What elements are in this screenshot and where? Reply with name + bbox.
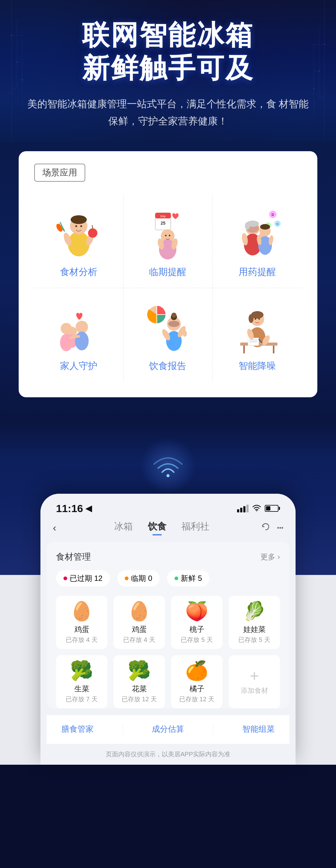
svg-point-6 [16, 61, 18, 63]
svg-point-92 [258, 318, 260, 319]
svg-point-65 [60, 334, 72, 351]
cauliflower-days: 已存放 12 天 [122, 695, 157, 704]
status-bar: 11:16 ◀ [40, 494, 296, 517]
fresh-dot [175, 577, 178, 580]
svg-text:C: C [276, 222, 278, 225]
cauliflower-name: 花菜 [132, 684, 147, 694]
orange-days: 已存放 12 天 [179, 695, 214, 704]
svg-point-64 [61, 323, 72, 334]
scene-label-food-analysis: 食材分析 [60, 266, 97, 278]
cauliflower-emoji: 🥦 [127, 661, 151, 680]
nav-tabs: 冰箱 饮食 福利社 [63, 520, 261, 535]
signal-bar-2 [240, 508, 242, 513]
food-item-egg1[interactable]: 🥚 鸡蛋 已存放 4 天 [56, 596, 107, 649]
food-grid-row1: 🥚 鸡蛋 已存放 4 天 🥚 鸡蛋 已存放 4 天 🍑 桃子 已存放 5 天 🥬… [56, 596, 280, 649]
tab-fridge[interactable]: 冰箱 [114, 520, 133, 535]
back-button[interactable]: ‹ [53, 522, 56, 533]
lettuce-days: 已存放 7 天 [66, 695, 97, 704]
svg-point-22 [71, 215, 87, 224]
food-item-cabbage[interactable]: 🥬 娃娃菜 已存放 5 天 [229, 596, 280, 649]
family-care-illustration [51, 298, 107, 353]
svg-point-31 [80, 225, 82, 227]
cabbage-days: 已存放 5 天 [238, 636, 270, 644]
expired-dot [63, 577, 67, 580]
food-item-orange[interactable]: 🍊 橘子 已存放 12 天 [171, 655, 222, 708]
egg2-days: 已存放 4 天 [123, 636, 155, 644]
svg-point-30 [75, 225, 77, 227]
signal-bar-4 [246, 505, 249, 513]
svg-line-29 [92, 225, 93, 228]
more-link[interactable]: 更多 › [261, 552, 280, 562]
svg-point-16 [318, 70, 320, 72]
svg-rect-85 [273, 346, 274, 353]
refresh-button[interactable] [261, 522, 270, 533]
more-button[interactable]: ··· [277, 522, 283, 533]
location-icon: ◀ [86, 504, 92, 513]
scene-item-smart-noise[interactable]: 智能降噪 [213, 288, 302, 382]
expiry-reminder-illustration: May 25 [140, 204, 196, 259]
food-item-egg2[interactable]: 🥚 鸡蛋 已存放 4 天 [114, 596, 165, 649]
signal-indicator [237, 505, 249, 513]
phone-action-bar: 膳食管家 成分估算 智能组菜 [47, 715, 289, 744]
svg-point-15 [324, 43, 326, 45]
svg-rect-84 [243, 346, 245, 353]
signal-bar-1 [237, 509, 239, 513]
svg-point-17 [313, 88, 314, 90]
tab-diet[interactable]: 饮食 [148, 520, 166, 535]
egg1-name: 鸡蛋 [74, 624, 89, 634]
smart-recipe-button[interactable]: 智能组菜 [242, 724, 275, 735]
egg1-days: 已存放 4 天 [66, 636, 97, 644]
add-plus-icon: + [250, 668, 259, 683]
scene-item-family-care[interactable]: 家人守护 [34, 288, 123, 382]
hero-section: 联网智能冰箱 新鲜触手可及 美的智能冰箱健康管理一站式平台，满足个性化需求，食 … [0, 0, 336, 142]
footer-disclaimer: 页面内容仅供演示，以美居APP实际内容为准 [40, 744, 296, 765]
svg-point-62 [75, 321, 88, 333]
wifi-animation [140, 438, 196, 494]
tag-fresh[interactable]: 新鲜 5 [167, 570, 209, 586]
orange-name: 橘子 [189, 684, 205, 694]
phone-section: 11:16 ◀ [0, 494, 336, 765]
medicine-reminder-illustration: D C A [229, 204, 285, 259]
peach-emoji: 🍑 [185, 602, 209, 621]
scene-label-medicine-reminder: 用药提醒 [239, 266, 276, 278]
scene-item-expiry-reminder[interactable]: May 25 临期提醒 [123, 194, 213, 288]
food-analysis-illustration [51, 204, 107, 259]
svg-point-40 [165, 235, 167, 236]
ingredient-calc-button[interactable]: 成分估算 [152, 724, 184, 735]
smart-noise-illustration [229, 298, 285, 353]
scene-section: 场景应用 [0, 142, 336, 422]
phone-content: 食材管理 更多 › 已过期 12 临期 0 新鲜 5 [47, 541, 289, 708]
food-item-peach[interactable]: 🍑 桃子 已存放 5 天 [171, 596, 222, 649]
cabbage-name: 娃娃菜 [243, 624, 266, 634]
tag-expiring[interactable]: 临期 0 [117, 570, 160, 586]
battery-indicator [265, 505, 280, 512]
food-grid-row2: 🥦 生菜 已存放 7 天 🥦 花菜 已存放 12 天 🍊 橘子 已存放 12 天… [56, 655, 280, 708]
svg-point-75 [172, 313, 176, 318]
scene-item-diet-report[interactable]: 饮食报告 [123, 288, 213, 382]
scene-tag: 场景应用 [34, 164, 85, 182]
scene-item-food-analysis[interactable]: 食材分析 [34, 194, 123, 288]
tag-expired[interactable]: 已过期 12 [56, 570, 110, 586]
orange-emoji: 🍊 [185, 661, 209, 680]
svg-point-56 [260, 224, 270, 229]
scene-card: 场景应用 [19, 151, 317, 397]
expired-label: 已过期 12 [70, 574, 102, 583]
food-management-title: 食材管理 [56, 551, 91, 563]
svg-text:25: 25 [161, 221, 166, 225]
cabbage-emoji: 🥬 [243, 602, 266, 621]
hero-subtitle: 美的智能冰箱健康管理一站式平台，满足个性化需求，食 材智能保鲜，守护全家营养健康… [25, 95, 311, 129]
food-item-cauliflower[interactable]: 🥦 花菜 已存放 12 天 [114, 655, 165, 708]
food-item-lettuce[interactable]: 🥦 生菜 已存放 7 天 [56, 655, 107, 708]
action-divider-2 [213, 724, 213, 735]
fresh-label: 新鲜 5 [181, 574, 202, 583]
diet-manager-button[interactable]: 膳食管家 [61, 724, 94, 735]
svg-point-41 [169, 235, 171, 236]
svg-point-51 [245, 222, 250, 229]
scene-item-medicine-reminder[interactable]: D C A [213, 194, 302, 288]
phone-nav: ‹ 冰箱 饮食 福利社 ··· [40, 517, 296, 541]
status-tags: 已过期 12 临期 0 新鲜 5 [56, 570, 280, 586]
tab-welfare[interactable]: 福利社 [181, 520, 209, 535]
wifi-icon [152, 453, 184, 478]
add-food-button[interactable]: + 添加食材 [229, 655, 280, 708]
action-divider-1 [123, 724, 123, 735]
